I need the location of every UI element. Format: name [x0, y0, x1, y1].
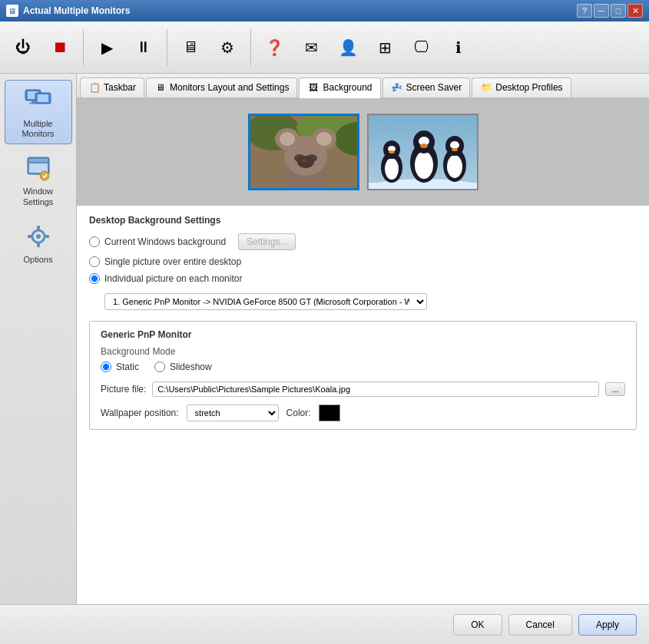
tab-bar: 📋 Taskbar 🖥 Monitors Layout and Settings…	[77, 74, 649, 98]
minimize-button[interactable]: ─	[594, 4, 609, 18]
picture-file-input[interactable]	[152, 381, 599, 397]
picture-file-row: Picture file: ...	[101, 381, 625, 397]
svg-point-34	[385, 158, 399, 180]
sidebar-item-window-settings[interactable]: Window Settings	[5, 147, 72, 212]
window-settings-label: Window Settings	[8, 187, 68, 206]
single-picture-radio[interactable]	[89, 256, 100, 267]
apps-button[interactable]: ⊞	[368, 26, 402, 69]
koala-image	[250, 116, 359, 190]
static-radio[interactable]	[101, 362, 111, 372]
pause-icon: ⏸	[131, 35, 156, 60]
stop-button[interactable]: ⏹	[43, 26, 77, 69]
settings-icon: ⚙	[215, 35, 240, 60]
monitor-config-button[interactable]: 🖥	[174, 26, 207, 69]
pause-button[interactable]: ⏸	[127, 26, 161, 69]
sidebar-item-multiple-monitors[interactable]: Multiple Monitors	[5, 80, 72, 144]
color-swatch[interactable]	[319, 405, 340, 421]
svg-point-39	[415, 151, 433, 179]
close-button[interactable]: ✕	[627, 4, 643, 18]
apply-button[interactable]: Apply	[578, 614, 637, 636]
individual-picture-row: Individual picture on each monitor	[89, 273, 637, 284]
tab-background[interactable]: 🖼 Background	[299, 78, 380, 98]
single-picture-label[interactable]: Single picture over entire desktop	[104, 256, 241, 267]
tab-desktop-profiles[interactable]: 📁 Desktop Profiles	[472, 78, 571, 97]
toolbar-separator-3	[250, 29, 251, 66]
power-icon: ⏻	[11, 35, 35, 60]
screen-saver-tab-icon: 💤	[391, 81, 403, 94]
monitor-thumb-1[interactable]	[248, 114, 359, 190]
svg-rect-5	[38, 94, 48, 102]
wallpaper-position-dropdown[interactable]: stretch center tile fit fill	[187, 405, 279, 421]
svg-point-29	[302, 159, 306, 162]
penguin-image	[369, 115, 478, 190]
help-toolbar-button[interactable]: ❓	[257, 26, 291, 69]
monitor-thumb-2[interactable]	[367, 114, 478, 190]
sidebar-item-options[interactable]: Options	[5, 216, 72, 270]
taskbar-tab-label: Taskbar	[104, 82, 136, 93]
slideshow-label[interactable]: Slideshow	[170, 362, 212, 372]
power-button[interactable]: ⏻	[6, 26, 40, 69]
individual-picture-label[interactable]: Individual picture on each monitor	[104, 273, 242, 284]
single-picture-row: Single picture over entire desktop	[89, 256, 637, 267]
svg-point-42	[420, 144, 428, 148]
tab-monitors-layout[interactable]: 🖥 Monitors Layout and Settings	[146, 78, 297, 97]
about-button[interactable]: ℹ	[442, 26, 475, 69]
svg-rect-12	[37, 226, 40, 230]
monitor-config-icon: 🖥	[178, 35, 203, 60]
background-tab-icon: 🖼	[307, 81, 320, 94]
titlebar-title: Actual Multiple Monitors	[23, 5, 572, 16]
cancel-button[interactable]: Cancel	[508, 614, 572, 636]
static-label[interactable]: Static	[116, 362, 139, 372]
desktop-profiles-tab-label: Desktop Profiles	[495, 82, 562, 93]
ok-button[interactable]: OK	[453, 614, 502, 636]
monitor-dropdown[interactable]: 1. Generic PnP Monitor -> NVIDIA GeForce…	[104, 293, 427, 310]
current-windows-row: Current Windows background Settings...	[89, 233, 637, 250]
color-label: Color:	[286, 408, 311, 418]
email-button[interactable]: ✉	[294, 26, 328, 69]
svg-rect-13	[37, 243, 40, 247]
static-row: Static	[101, 362, 139, 372]
bottom-bar: OK Cancel Apply	[0, 604, 649, 644]
options-icon	[23, 221, 54, 252]
play-button[interactable]: ▶	[90, 26, 124, 69]
screen-saver-tab-label: Screen Saver	[406, 82, 462, 93]
mode-options: Static Slideshow	[101, 362, 625, 372]
about-icon: ℹ	[446, 35, 471, 60]
generic-pnp-box: Generic PnP Monitor Background Mode Stat…	[89, 321, 637, 430]
maximize-button[interactable]: □	[611, 4, 626, 18]
stop-icon: ⏹	[48, 35, 72, 60]
email-icon: ✉	[299, 35, 323, 60]
settings-area: Desktop Background Settings Current Wind…	[77, 206, 649, 439]
multiple-monitors-label: Multiple Monitors	[8, 119, 68, 139]
svg-point-25	[316, 132, 332, 146]
app-icon: 🖥	[6, 5, 18, 17]
monitor-select-row: 1. Generic PnP Monitor -> NVIDIA GeForce…	[104, 293, 637, 310]
section-title: Desktop Background Settings	[89, 215, 637, 226]
update-button[interactable]: 👤	[331, 26, 365, 69]
toolbar-separator-1	[83, 29, 84, 66]
current-windows-label[interactable]: Current Windows background	[104, 236, 226, 247]
individual-picture-radio[interactable]	[89, 273, 100, 284]
current-windows-radio[interactable]	[89, 236, 100, 247]
monitor-button[interactable]: 🖵	[405, 26, 439, 69]
multiple-monitors-icon	[23, 85, 54, 116]
browse-button[interactable]: ...	[605, 382, 625, 396]
svg-point-24	[280, 132, 295, 146]
tab-screen-saver[interactable]: 💤 Screen Saver	[382, 78, 471, 97]
window-settings-icon	[23, 153, 54, 183]
right-panel: 📋 Taskbar 🖥 Monitors Layout and Settings…	[77, 74, 649, 604]
background-options: Current Windows background Settings... S…	[89, 233, 637, 284]
settings-button[interactable]: Settings...	[238, 233, 296, 250]
monitor-icon: 🖵	[409, 35, 434, 60]
help-titlebar-button[interactable]: ?	[577, 4, 592, 18]
toolbar-separator-2	[167, 29, 167, 66]
slideshow-radio[interactable]	[154, 362, 165, 372]
settings-button[interactable]: ⚙	[210, 26, 244, 69]
monitors-layout-tab-icon: 🖥	[154, 81, 167, 94]
monitors-layout-tab-label: Monitors Layout and Settings	[170, 82, 289, 93]
svg-rect-32	[369, 183, 478, 190]
tab-taskbar[interactable]: 📋 Taskbar	[80, 78, 144, 97]
box-section-title: Generic PnP Monitor	[101, 329, 625, 340]
slideshow-row: Slideshow	[154, 362, 212, 372]
desktop-profiles-tab-icon: 📁	[480, 81, 492, 94]
